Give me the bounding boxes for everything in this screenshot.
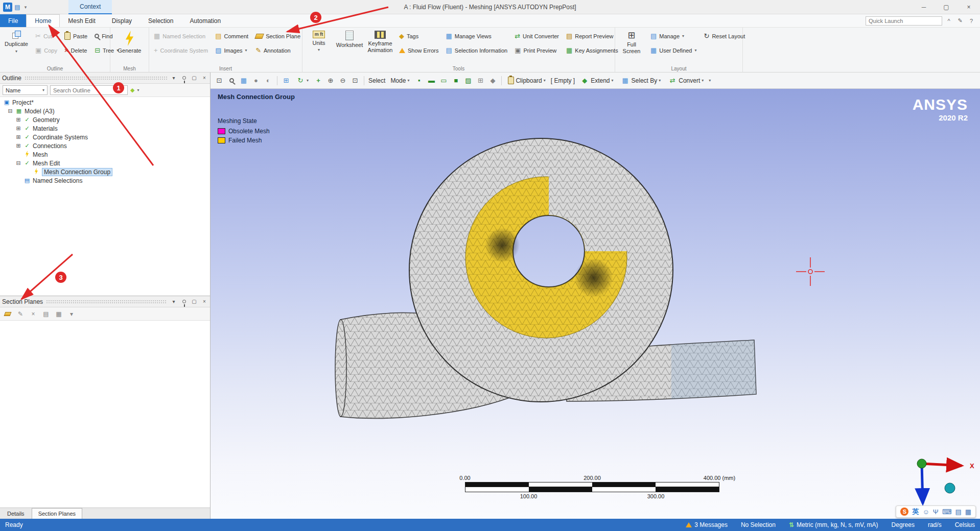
tree-item-connections[interactable]: ⊞ ✓ Connections bbox=[0, 141, 210, 150]
expand-expander-icon[interactable]: ⊞ bbox=[15, 116, 21, 123]
generate-button[interactable]: Generate bbox=[116, 29, 143, 56]
ime-grid-icon[interactable]: ▦ bbox=[965, 508, 971, 516]
unit-converter-button[interactable]: ⇄ Unit Converter bbox=[513, 30, 561, 42]
comment-button[interactable]: ▤ Comment bbox=[214, 30, 250, 42]
report-preview-button[interactable]: ▤ Report Preview bbox=[565, 30, 620, 42]
name-filter-dropdown[interactable]: Name ▾ bbox=[3, 85, 48, 95]
pin-icon[interactable] bbox=[180, 299, 188, 304]
angle-unit-status[interactable]: Degrees bbox=[892, 521, 915, 528]
minimize-button[interactable]: ─ bbox=[913, 0, 935, 14]
face-filter-icon[interactable]: ▭ bbox=[439, 76, 448, 86]
ime-language-indicator[interactable]: 英 bbox=[912, 507, 919, 516]
ime-toolbox-icon[interactable]: ▤ bbox=[955, 508, 961, 516]
show-whole-elements-button[interactable]: ▤ bbox=[41, 309, 51, 319]
section-planes-panel-header[interactable]: Section Planes ▾ ▢ × bbox=[0, 296, 210, 307]
maximize-panel-icon[interactable]: ▢ bbox=[191, 75, 198, 81]
section-plane-button[interactable]: Section Plane bbox=[254, 30, 302, 42]
tree-item-materials[interactable]: ⊞ ✓ Materials bbox=[0, 124, 210, 133]
expand-tree-icon[interactable]: ◆ bbox=[130, 87, 134, 93]
sogou-icon[interactable]: S bbox=[900, 508, 908, 516]
messages-button[interactable]: 3 Messages bbox=[686, 521, 728, 528]
app-icon[interactable]: M bbox=[3, 3, 12, 12]
manage-views-button[interactable]: ▦ Manage Views bbox=[445, 30, 509, 42]
paste-button[interactable]: Paste bbox=[63, 30, 89, 42]
tree-item-named-selections[interactable]: ▤ Named Selections bbox=[0, 176, 210, 185]
maximize-button[interactable]: ▢ bbox=[935, 0, 958, 14]
section-planes-overflow-button[interactable]: ▾ bbox=[66, 309, 77, 319]
print-preview-button[interactable]: ▣ Print Preview bbox=[513, 44, 561, 56]
snap-icon[interactable]: ◆ bbox=[488, 76, 497, 86]
convert-dropdown[interactable]: ⇄ Convert ▾ bbox=[666, 76, 706, 86]
maximize-panel-icon[interactable]: ▢ bbox=[191, 299, 198, 304]
tab-section-planes[interactable]: Section Planes bbox=[32, 508, 82, 519]
select-by-dropdown[interactable]: ▦ Select By ▾ bbox=[619, 76, 663, 86]
body-filter-icon[interactable]: ■ bbox=[451, 76, 460, 86]
reset-layout-button[interactable]: ↻ Reset Layout bbox=[703, 30, 747, 42]
collapse-ribbon-icon[interactable]: ^ bbox=[944, 16, 953, 26]
tab-file[interactable]: File bbox=[0, 14, 26, 27]
panel-drag-area[interactable] bbox=[46, 300, 167, 304]
tab-display[interactable]: Display bbox=[104, 14, 140, 27]
clipboard-dropdown[interactable]: Clipboard ▾ bbox=[506, 77, 547, 84]
expand-expander-icon[interactable]: ⊞ bbox=[15, 125, 21, 132]
panel-menu-chevron-icon[interactable]: ▾ bbox=[170, 299, 177, 304]
panel-drag-area[interactable] bbox=[25, 76, 167, 80]
tab-automation[interactable]: Automation bbox=[181, 14, 229, 27]
tree-item-mesh-edit[interactable]: ⊟ ✓ Mesh Edit bbox=[0, 159, 210, 167]
expand-expander-icon[interactable]: ⊞ bbox=[15, 134, 21, 140]
quick-launch-input[interactable] bbox=[866, 16, 942, 26]
multi-select-filter-icon[interactable]: ▨ bbox=[463, 76, 473, 86]
tab-home[interactable]: Home bbox=[26, 14, 60, 27]
close-button[interactable]: × bbox=[958, 0, 980, 14]
collapse-expander-icon[interactable]: ⊟ bbox=[7, 108, 13, 114]
search-outline-input[interactable] bbox=[50, 85, 128, 95]
zoom-box-icon[interactable]: ⊡ bbox=[215, 76, 224, 86]
section-view-icon[interactable]: ◐ bbox=[264, 76, 273, 86]
new-section-plane-button[interactable] bbox=[3, 309, 13, 319]
units-button[interactable]: m ft Units ▾ bbox=[306, 29, 332, 54]
extend-dropdown[interactable]: ◆ Extend ▾ bbox=[578, 76, 615, 86]
tree-item-project[interactable]: ▣ Project* bbox=[0, 98, 210, 107]
duplicate-button[interactable]: Duplicate ▾ bbox=[3, 29, 30, 55]
vertex-filter-icon[interactable]: ▪ bbox=[414, 76, 424, 86]
edit-section-plane-button[interactable]: ✎ bbox=[15, 309, 26, 319]
delete-section-plane-button[interactable]: × bbox=[28, 309, 38, 319]
close-panel-icon[interactable]: × bbox=[201, 299, 208, 304]
key-assignments-button[interactable]: ▦ Key Assignments bbox=[565, 44, 620, 56]
outline-toolbar-chevron-icon[interactable]: ▾ bbox=[137, 88, 139, 92]
edge-filter-icon[interactable]: ▬ bbox=[427, 76, 436, 86]
temperature-unit-status[interactable]: Celsius bbox=[955, 521, 975, 528]
show-errors-button[interactable]: Show Errors bbox=[398, 44, 440, 56]
zoom-out-icon[interactable]: ⊖ bbox=[338, 76, 347, 86]
tree-item-mesh[interactable]: Mesh bbox=[0, 150, 210, 159]
keyframe-animation-button[interactable]: Keyframe Animation bbox=[367, 29, 393, 55]
annotation-button[interactable]: ✎ Annotation bbox=[254, 44, 302, 56]
user-defined-button[interactable]: ▦ User Defined ▾ bbox=[649, 44, 698, 56]
worksheet-button[interactable]: Worksheet bbox=[336, 29, 363, 50]
feedback-icon[interactable]: ✎ bbox=[955, 16, 965, 26]
tab-mesh-edit[interactable]: Mesh Edit bbox=[60, 14, 103, 27]
outline-panel-header[interactable]: Outline ▾ ▢ × bbox=[0, 73, 210, 84]
pan-icon[interactable]: + bbox=[314, 76, 323, 86]
full-screen-button[interactable]: ⊞ Full Screen bbox=[618, 29, 645, 56]
save-icon[interactable]: ▤ bbox=[12, 4, 22, 11]
rotate-mode-button[interactable]: ↻ ▾ bbox=[294, 76, 311, 86]
tree-item-mesh-connection-group[interactable]: Mesh Connection Group bbox=[0, 167, 210, 176]
magnifier-icon[interactable] bbox=[227, 76, 236, 86]
help-icon[interactable]: ? bbox=[967, 16, 976, 26]
angular-velocity-unit-status[interactable]: rad/s bbox=[928, 521, 942, 528]
expand-expander-icon[interactable]: ⊞ bbox=[15, 142, 21, 149]
y-axis-sphere[interactable] bbox=[917, 459, 926, 468]
zoom-in-icon[interactable]: ⊕ bbox=[326, 76, 335, 86]
tree-item-coordinate-systems[interactable]: ⊞ ✓ Coordinate Systems bbox=[0, 133, 210, 141]
cut-button[interactable]: ✂ Cut bbox=[34, 30, 59, 42]
pin-icon[interactable] bbox=[180, 75, 188, 81]
coordinate-system-button[interactable]: + Coordinate System bbox=[152, 44, 209, 56]
collapse-expander-icon[interactable]: ⊟ bbox=[15, 160, 21, 166]
copy-button[interactable]: ▣ Copy bbox=[34, 44, 59, 56]
tab-details[interactable]: Details bbox=[1, 508, 31, 519]
unit-system-button[interactable]: ⇅ Metric (mm, kg, N, s, mV, mA) bbox=[789, 521, 878, 528]
titlebar-menu-chevron-icon[interactable]: ▾ bbox=[22, 5, 29, 10]
selection-information-button[interactable]: ▤ Selection Information bbox=[445, 44, 509, 56]
iso-view-icon[interactable]: ▦ bbox=[239, 76, 248, 86]
